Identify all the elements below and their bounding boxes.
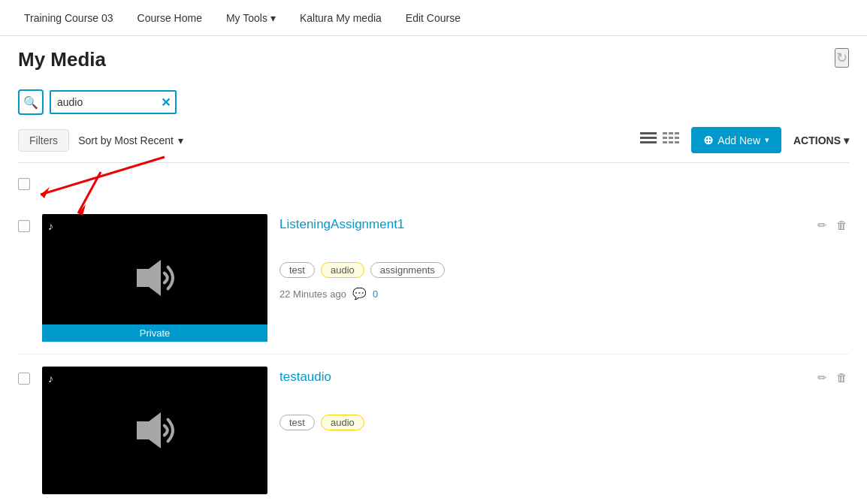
edit-button[interactable]: ✏ [816,370,829,386]
select-all-row [18,175,849,193]
nav-home[interactable]: Course Home [125,2,214,35]
nav-kaltura[interactable]: Kaltura My media [288,2,394,35]
chevron-down-icon: ▾ [270,12,276,24]
nav-tools[interactable]: My Tools ▾ [214,2,288,35]
nav-edit[interactable]: Edit Course [394,2,473,35]
refresh-button[interactable]: ↻ [835,48,849,68]
speaker-icon [125,248,185,308]
grid-view-icon[interactable] [663,132,679,148]
edit-button[interactable]: ✏ [816,217,829,234]
add-new-chevron-icon: ▾ [765,135,769,145]
media-title[interactable]: ListeningAssignment1 [279,217,804,232]
list-view-icon[interactable] [640,132,657,148]
svg-marker-17 [137,412,161,448]
select-all-checkbox[interactable] [18,178,30,190]
search-row: 🔍 ✕ [18,89,849,115]
toolbar-right: ⊕ Add New ▾ ACTIONS ▾ [640,127,849,153]
add-new-button[interactable]: ⊕ Add New ▾ [691,127,781,153]
svg-rect-7 [663,132,667,134]
add-new-circle-icon: ⊕ [703,133,713,147]
toolbar-left: Filters Sort by Most Recent ▾ [18,129,183,152]
svg-rect-10 [663,137,667,139]
svg-rect-6 [640,141,657,143]
media-actions: ✏ 🗑 [816,214,849,234]
actions-chevron-icon: ▾ [844,134,849,146]
svg-rect-14 [669,141,673,143]
private-badge: Private [42,324,267,342]
media-tags: test audio [279,415,804,430]
svg-rect-13 [663,141,667,143]
svg-marker-16 [137,260,161,296]
svg-rect-11 [669,137,673,139]
media-list: ♪ Private ListeningAssignment1 test audi… [18,202,849,504]
speaker-icon [125,400,185,460]
comment-count: 0 [373,288,378,300]
media-item-checkbox[interactable] [18,220,30,232]
media-item: ♪ testaudio test audio ✏ 🗑 [18,355,849,504]
tag[interactable]: test [279,415,315,430]
top-nav: Training Course 03 Course Home My Tools … [0,0,867,36]
media-info: testaudio test audio [279,367,804,439]
page-title: My Media [18,48,849,71]
refresh-icon: ↻ [836,50,847,65]
media-title[interactable]: testaudio [279,370,804,385]
filters-button[interactable]: Filters [18,129,69,152]
view-icons [640,132,679,148]
music-note-icon: ♪ [48,220,53,232]
search-input[interactable] [51,92,156,113]
svg-rect-12 [675,137,679,139]
tag[interactable]: test [279,262,315,278]
delete-button[interactable]: 🗑 [835,217,849,233]
main-content: ↻ My Media 🔍 ✕ Filters Sor [0,36,867,504]
search-input-wrapper: ✕ [50,90,177,114]
tag-highlighted[interactable]: audio [321,262,364,278]
media-thumbnail: ♪ [42,367,267,494]
svg-rect-4 [640,132,657,134]
media-actions: ✏ 🗑 [816,367,849,386]
sort-button[interactable]: Sort by Most Recent ▾ [78,134,183,146]
comment-icon: 💬 [352,287,367,300]
media-tags: test audio assignments [279,262,804,278]
media-item-checkbox[interactable] [18,373,30,385]
music-note-icon: ♪ [48,373,53,385]
media-info: ListeningAssignment1 test audio assignme… [279,214,804,300]
time-ago: 22 Minutes ago [279,288,346,300]
search-icon: 🔍 [23,95,38,110]
media-item: ♪ Private ListeningAssignment1 test audi… [18,202,849,355]
svg-rect-5 [640,137,657,139]
clear-search-button[interactable]: ✕ [156,95,175,110]
toolbar-row: Filters Sort by Most Recent ▾ [18,127,849,163]
media-thumbnail: ♪ Private [42,214,267,342]
search-button[interactable]: 🔍 [18,89,44,115]
svg-rect-9 [675,132,679,134]
actions-button[interactable]: ACTIONS ▾ [793,134,849,146]
delete-button[interactable]: 🗑 [835,370,849,385]
tag[interactable]: assignments [370,262,445,278]
tag-highlighted[interactable]: audio [321,415,364,430]
svg-rect-15 [675,141,679,143]
svg-rect-8 [669,132,673,134]
nav-course[interactable]: Training Course 03 [12,2,125,35]
media-meta: 22 Minutes ago 💬 0 [279,287,804,300]
sort-chevron-icon: ▾ [178,134,183,146]
